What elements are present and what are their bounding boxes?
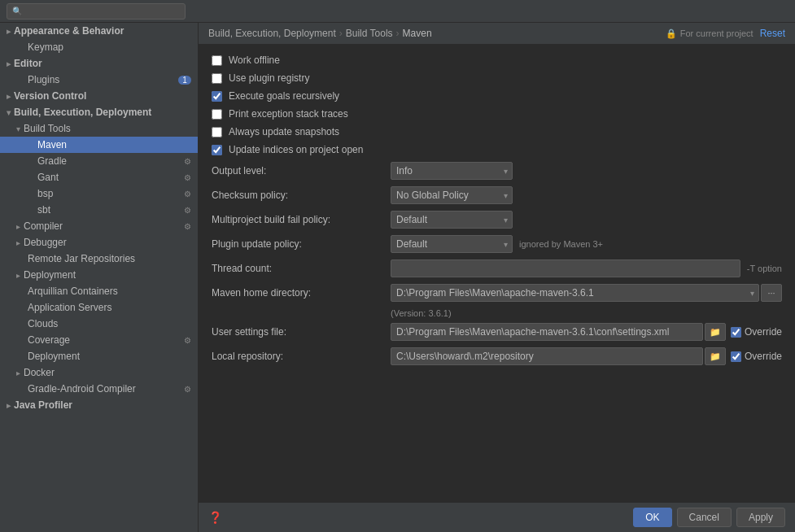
checkbox-update-indices-on-project-open[interactable] <box>212 145 222 155</box>
apply-button[interactable]: Apply <box>736 508 785 527</box>
field-row-maven-home-directory: Maven home directory: D:\Program Files\M… <box>212 284 782 323</box>
checkbox-execute-goals-recursively[interactable] <box>212 91 222 102</box>
sidebar-item-editor[interactable]: ▸Editor <box>0 55 198 72</box>
help-icon[interactable]: ❓ <box>208 511 222 524</box>
sidebar-item-maven[interactable]: Maven <box>0 137 198 153</box>
sidebar-label-application-servers: Application Servers <box>28 302 111 313</box>
checkbox-label-update-indices-on-project-open: Update indices on project open <box>229 144 363 155</box>
control-checksum-policy: No Global PolicyFailWarnIgnore <box>391 186 782 204</box>
label-multiproject-build-fail-policy: Multiproject build fail policy: <box>212 214 391 225</box>
for-current-project: 🔒 For current project <box>666 28 754 39</box>
breadcrumb-sep-1: › <box>339 28 343 39</box>
breadcrumb-part-2: Build Tools <box>346 28 393 39</box>
sidebar-item-compiler[interactable]: ▸Compiler⚙ <box>0 218 198 234</box>
sidebar-item-docker[interactable]: ▸Docker <box>0 364 198 381</box>
path-select-wrapper-maven-home-directory: D:\Program Files\Maven\apache-maven-3.6.… <box>391 284 759 302</box>
select-output-level[interactable]: InfoDebugWarnError <box>391 162 513 180</box>
checkbox-row-execute-goals-recursively: Execute goals recursively <box>212 90 782 102</box>
bottom-buttons: OK Cancel Apply <box>633 508 785 527</box>
select-plugin-update-policy[interactable]: DefaultForce UpdatesDo Not Update <box>391 235 513 253</box>
sidebar-item-build-tools[interactable]: ▾Build Tools <box>0 120 198 137</box>
checkbox-label-execute-goals-recursively: Execute goals recursively <box>229 90 339 102</box>
control-multiproject-build-fail-policy: DefaultAT_ENDNEVER <box>391 211 782 229</box>
dots-button-maven-home-directory[interactable]: ··· <box>761 284 782 302</box>
control-plugin-update-policy: DefaultForce UpdatesDo Not Update ignore… <box>391 235 782 253</box>
sidebar: ▸Appearance & BehaviorKeymap▸EditorPlugi… <box>0 23 199 532</box>
sidebar-item-deployment[interactable]: ▸Deployment <box>0 267 198 283</box>
reset-link[interactable]: Reset <box>760 28 785 39</box>
text-input-thread-count[interactable] <box>391 259 740 277</box>
checkbox-use-plugin-registry[interactable] <box>212 73 222 84</box>
checkbox-row-always-update-snapshots: Always update snapshots <box>212 126 782 137</box>
settings-body: Work offline Use plugin registry Execute… <box>199 45 795 502</box>
arrow-icon-version-control: ▸ <box>7 92 11 101</box>
sidebar-item-coverage[interactable]: Coverage⚙ <box>0 332 198 348</box>
sidebar-item-java-profiler[interactable]: ▸Java Profiler <box>0 397 198 413</box>
sidebar-item-deployment2[interactable]: Deployment <box>0 348 198 364</box>
sidebar-label-appearance-behavior: Appearance & Behavior <box>14 25 124 37</box>
browse-button-local-repository[interactable]: 📁 <box>705 347 726 365</box>
sidebar-item-application-servers[interactable]: Application Servers <box>0 299 198 316</box>
cancel-button[interactable]: Cancel <box>677 508 732 527</box>
settings-icon-gradle-android-compiler: ⚙ <box>184 385 191 394</box>
checkbox-always-update-snapshots[interactable] <box>212 127 222 137</box>
arrow-icon-docker: ▸ <box>16 368 20 377</box>
sidebar-label-remote-jar-repositories: Remote Jar Repositories <box>28 253 135 264</box>
sidebar-item-remote-jar-repositories[interactable]: Remote Jar Repositories <box>0 251 198 267</box>
arrow-icon-deployment: ▸ <box>16 271 20 280</box>
control-maven-home-directory: D:\Program Files\Maven\apache-maven-3.6.… <box>391 284 782 302</box>
sidebar-item-gant[interactable]: Gant⚙ <box>0 169 198 185</box>
search-box[interactable]: 🔍 <box>7 3 186 20</box>
sidebar-label-gradle: Gradle <box>37 155 67 167</box>
bottom-bar: ❓ OK Cancel Apply <box>199 502 795 532</box>
checkbox-row-print-exception-stack-traces: Print exception stack traces <box>212 108 782 120</box>
sidebar-item-sbt[interactable]: sbt⚙ <box>0 202 198 218</box>
content-area: Build, Execution, Deployment › Build Too… <box>199 23 795 532</box>
sidebar-item-keymap[interactable]: Keymap <box>0 39 198 55</box>
sidebar-label-maven: Maven <box>37 139 67 150</box>
form-row-output-level: Output level: InfoDebugWarnError <box>212 162 782 180</box>
arrow-icon-build-tools: ▾ <box>16 124 20 133</box>
ok-button[interactable]: OK <box>633 508 671 527</box>
hint-thread-count: -T option <box>747 264 782 273</box>
select-checksum-policy[interactable]: No Global PolicyFailWarnIgnore <box>391 186 513 204</box>
override-label-user-settings-file: Override <box>731 326 782 338</box>
checkbox-row-use-plugin-registry: Use plugin registry <box>212 72 782 84</box>
path-select-maven-home-directory[interactable]: D:\Program Files\Maven\apache-maven-3.6.… <box>391 284 759 302</box>
sidebar-label-docker: Docker <box>24 367 55 378</box>
arrow-icon-appearance-behavior: ▸ <box>7 27 11 36</box>
path-input-local-repository[interactable] <box>391 347 703 365</box>
override-checkbox-user-settings-file[interactable] <box>731 327 741 338</box>
sidebar-label-build-tools: Build Tools <box>24 123 71 134</box>
sidebar-item-gradle[interactable]: Gradle⚙ <box>0 153 198 169</box>
sidebar-item-arquillian-containers[interactable]: Arquillian Containers <box>0 283 198 299</box>
sidebar-item-build-execution-deployment[interactable]: ▾Build, Execution, Deployment <box>0 104 198 120</box>
badge-plugins: 1 <box>178 76 191 85</box>
arrow-icon-compiler: ▸ <box>16 222 20 231</box>
sidebar-label-sbt: sbt <box>37 204 50 216</box>
sidebar-item-plugins[interactable]: Plugins1 <box>0 72 198 88</box>
checkbox-row-update-indices-on-project-open: Update indices on project open <box>212 144 782 155</box>
breadcrumb-part-3: Maven <box>403 28 432 39</box>
sidebar-item-bsp[interactable]: bsp⚙ <box>0 185 198 202</box>
checkbox-work-offline[interactable] <box>212 55 222 66</box>
checkbox-label-work-offline: Work offline <box>229 55 280 66</box>
sidebar-item-gradle-android-compiler[interactable]: Gradle-Android Compiler⚙ <box>0 381 198 397</box>
arrow-icon-debugger: ▸ <box>16 238 20 247</box>
select-multiproject-build-fail-policy[interactable]: DefaultAT_ENDNEVER <box>391 211 513 229</box>
browse-button-user-settings-file[interactable]: 📁 <box>705 323 726 341</box>
sidebar-item-debugger[interactable]: ▸Debugger <box>0 234 198 251</box>
checkbox-label-always-update-snapshots: Always update snapshots <box>229 126 339 137</box>
settings-icon-sbt: ⚙ <box>184 206 191 215</box>
control-local-repository: 📁 Override <box>391 347 782 365</box>
top-bar: 🔍 <box>0 0 795 23</box>
sidebar-label-gradle-android-compiler: Gradle-Android Compiler <box>28 383 136 395</box>
path-input-user-settings-file[interactable] <box>391 323 703 341</box>
sidebar-item-clouds[interactable]: Clouds <box>0 316 198 332</box>
sidebar-item-version-control[interactable]: ▸Version Control <box>0 88 198 104</box>
control-output-level: InfoDebugWarnError <box>391 162 782 180</box>
checkbox-print-exception-stack-traces[interactable] <box>212 109 222 120</box>
form-row-plugin-update-policy: Plugin update policy: DefaultForce Updat… <box>212 235 782 253</box>
sidebar-item-appearance-behavior[interactable]: ▸Appearance & Behavior <box>0 23 198 39</box>
override-checkbox-local-repository[interactable] <box>731 351 741 362</box>
